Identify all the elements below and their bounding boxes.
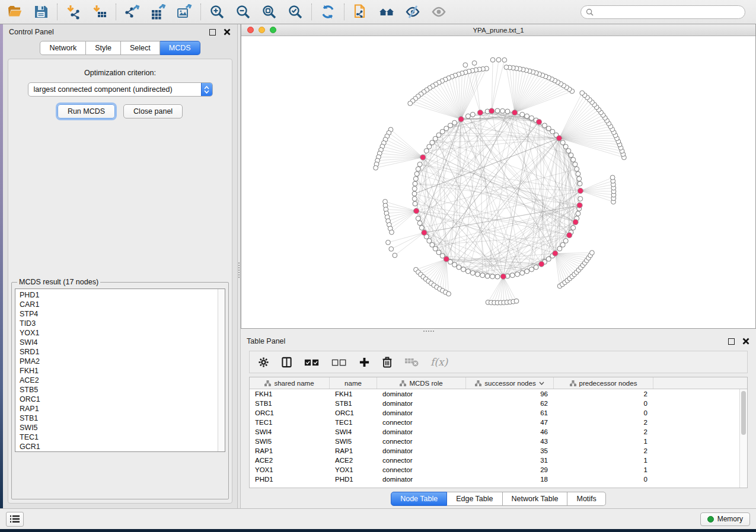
network-node[interactable] <box>436 250 441 255</box>
table-row[interactable]: SWI5SWI5connector431 <box>250 437 747 446</box>
mcds-result-item[interactable]: SWI5 <box>20 423 218 432</box>
mcds-result-item[interactable]: STB5 <box>20 385 218 395</box>
cell-shared-name[interactable]: STB1 <box>250 399 330 408</box>
network-node[interactable] <box>476 272 480 277</box>
network-node[interactable] <box>457 265 461 270</box>
cell-predecessor-nodes[interactable]: 2 <box>554 418 653 427</box>
cell-shared-name[interactable]: YOX1 <box>250 465 330 475</box>
network-hub-node[interactable] <box>422 230 427 235</box>
network-node[interactable] <box>543 123 547 128</box>
zoom-fit-icon[interactable] <box>261 4 277 20</box>
cell-name[interactable]: TEC1 <box>330 418 377 427</box>
cell-name[interactable]: RAP1 <box>330 446 377 456</box>
network-node[interactable] <box>416 166 420 171</box>
network-node[interactable] <box>510 273 515 278</box>
tab-mcds[interactable]: MCDS <box>160 41 200 55</box>
table-row[interactable]: STB1STB1dominator620 <box>250 399 747 408</box>
network-node[interactable] <box>563 239 568 243</box>
mcds-result-item[interactable]: SWI4 <box>20 338 218 347</box>
cell-mcds-role[interactable]: dominator <box>377 408 466 418</box>
mcds-result-item[interactable]: STB1 <box>20 414 218 423</box>
network-node[interactable] <box>427 239 432 243</box>
mcds-result-item[interactable]: ACE2 <box>20 376 218 385</box>
tab-select[interactable]: Select <box>121 41 160 55</box>
cell-shared-name[interactable]: TEC1 <box>250 418 330 427</box>
network-node[interactable] <box>427 145 432 149</box>
network-node[interactable] <box>529 267 534 272</box>
cell-mcds-role[interactable]: connector <box>377 456 466 465</box>
network-node[interactable] <box>514 299 519 303</box>
network-hub-node[interactable] <box>573 219 578 225</box>
network-node[interactable] <box>557 246 562 251</box>
network-node[interactable] <box>525 269 529 274</box>
mcds-result-item[interactable]: PMA2 <box>20 357 218 366</box>
mcds-result-item[interactable]: YOX1 <box>20 328 218 338</box>
horizontal-splitter[interactable] <box>241 329 756 334</box>
refresh-icon[interactable] <box>320 4 336 20</box>
network-hub-node[interactable] <box>539 261 544 267</box>
table-row[interactable]: RAP1RAP1dominator352 <box>250 446 747 456</box>
network-node[interactable] <box>412 197 417 201</box>
close-panel-button[interactable]: Close panel <box>123 104 183 118</box>
show-details-icon[interactable] <box>431 4 446 20</box>
cell-predecessor-nodes[interactable]: 2 <box>554 427 653 437</box>
network-node[interactable] <box>470 112 475 117</box>
tab-node-table[interactable]: Node Table <box>391 492 447 506</box>
network-node[interactable] <box>465 269 470 274</box>
network-hub-node[interactable] <box>567 232 572 238</box>
network-node[interactable] <box>505 109 510 114</box>
search-box[interactable] <box>580 5 745 19</box>
cell-successor-nodes[interactable]: 35 <box>466 446 554 456</box>
cell-successor-nodes[interactable]: 29 <box>466 465 554 475</box>
network-node[interactable] <box>515 272 520 277</box>
cell-predecessor-nodes[interactable]: 1 <box>554 437 653 446</box>
zoom-out-icon[interactable] <box>235 4 251 20</box>
network-node[interactable] <box>430 140 435 145</box>
cell-shared-name[interactable]: SWI5 <box>250 437 330 446</box>
export-network-icon[interactable] <box>125 4 140 20</box>
network-node[interactable] <box>414 172 419 177</box>
run-mcds-button[interactable]: Run MCDS <box>58 104 115 118</box>
tab-motifs[interactable]: Motifs <box>567 492 605 506</box>
cell-predecessor-nodes[interactable]: 1 <box>554 465 653 475</box>
cell-name[interactable]: SWI4 <box>330 427 377 437</box>
network-node[interactable] <box>566 149 571 153</box>
column-header-shared-name[interactable]: shared name <box>250 377 330 389</box>
network-node[interactable] <box>502 57 507 62</box>
network-node[interactable] <box>413 181 417 186</box>
network-node[interactable] <box>495 108 500 113</box>
network-node[interactable] <box>389 246 394 251</box>
column-header-mcds-role[interactable]: MCDS role <box>377 377 466 389</box>
network-node[interactable] <box>500 108 505 113</box>
network-hub-node[interactable] <box>420 155 426 160</box>
network-node[interactable] <box>393 253 397 258</box>
network-node[interactable] <box>472 61 477 66</box>
network-node[interactable] <box>470 271 475 275</box>
cell-predecessor-nodes[interactable]: 0 <box>554 408 653 418</box>
network-window-titlebar[interactable]: YPA_prune.txt_1 <box>241 24 755 36</box>
table-settings-gear-icon[interactable] <box>258 357 269 368</box>
network-node[interactable] <box>485 274 490 278</box>
mcds-result-item[interactable]: FKH1 <box>20 366 218 376</box>
network-node[interactable] <box>436 133 441 137</box>
tab-network-table[interactable]: Network Table <box>503 492 568 506</box>
network-hub-node[interactable] <box>556 136 562 141</box>
select-all-rows-icon[interactable] <box>304 358 320 367</box>
cell-name[interactable]: ACE2 <box>330 456 377 465</box>
network-node[interactable] <box>430 242 435 247</box>
network-node[interactable] <box>412 191 417 196</box>
tab-style[interactable]: Style <box>86 41 121 55</box>
network-node[interactable] <box>546 126 551 131</box>
cell-name[interactable]: FKH1 <box>330 389 377 399</box>
cell-name[interactable]: ORC1 <box>330 408 377 418</box>
network-node[interactable] <box>416 216 420 221</box>
network-node[interactable] <box>580 91 585 95</box>
cell-successor-nodes[interactable]: 18 <box>466 475 554 484</box>
mcds-result-item[interactable]: PHD1 <box>20 290 218 300</box>
task-history-button[interactable] <box>6 512 24 527</box>
network-node[interactable] <box>386 240 391 245</box>
network-node[interactable] <box>490 57 495 62</box>
import-table-icon[interactable] <box>92 4 107 20</box>
table-row[interactable]: FKH1FKH1dominator962 <box>250 389 747 399</box>
vertical-splitter[interactable] <box>237 24 241 508</box>
